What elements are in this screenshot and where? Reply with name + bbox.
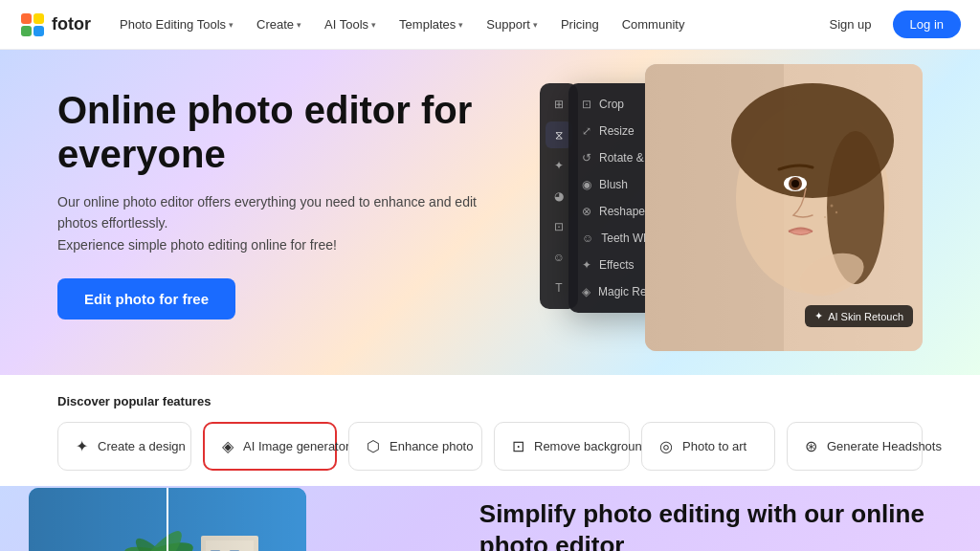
bottom-section: ◂▸ Simplify photo editing with our onlin… bbox=[0, 486, 980, 551]
svg-point-13 bbox=[831, 205, 834, 208]
fotor-logo-icon bbox=[19, 11, 46, 38]
create-icon: ✦ bbox=[76, 437, 88, 455]
feature-create-design[interactable]: ✦ Create a design bbox=[57, 422, 191, 471]
feature-ai-image-generator[interactable]: ◈ AI Image generator bbox=[203, 422, 337, 471]
feature-enhance-photo[interactable]: ⬡ Enhance photo bbox=[348, 422, 482, 471]
teeth-icon: ☺ bbox=[582, 231, 593, 245]
svg-rect-3 bbox=[21, 26, 32, 36]
nav-support[interactable]: Support ▾ bbox=[477, 11, 547, 37]
nav-pricing[interactable]: Pricing bbox=[551, 11, 609, 37]
svg-rect-2 bbox=[33, 13, 44, 24]
chevron-down-icon: ▾ bbox=[458, 20, 463, 30]
features-heading: Discover popular features bbox=[57, 394, 923, 408]
nav-create[interactable]: Create ▾ bbox=[247, 11, 311, 37]
logo[interactable]: fotor bbox=[19, 11, 91, 38]
feature-remove-background[interactable]: ⊡ Remove background bbox=[494, 422, 630, 471]
resize-icon: ⤢ bbox=[582, 124, 591, 138]
nav-items: Photo Editing Tools ▾ Create ▾ AI Tools … bbox=[110, 11, 818, 37]
remove-bg-icon: ⊡ bbox=[512, 437, 524, 455]
edit-photo-button[interactable]: Edit photo for free bbox=[57, 278, 235, 320]
chevron-down-icon: ▾ bbox=[229, 20, 234, 30]
hero-subtitle: Our online photo editor offers everythin… bbox=[57, 191, 498, 255]
nav-ai-tools[interactable]: AI Tools ▾ bbox=[315, 11, 386, 37]
feature-photo-to-art[interactable]: ◎ Photo to art bbox=[641, 422, 775, 471]
rotate-icon: ↺ bbox=[582, 151, 591, 165]
navbar: fotor Photo Editing Tools ▾ Create ▾ AI … bbox=[0, 0, 980, 50]
login-button[interactable]: Log in bbox=[893, 11, 961, 38]
headshot-icon: ⊛ bbox=[805, 437, 817, 455]
chevron-down-icon: ▾ bbox=[371, 20, 376, 30]
svg-point-11 bbox=[791, 180, 799, 187]
compare-image: ◂▸ bbox=[29, 488, 306, 551]
hero-section: Online photo editor for everyone Our onl… bbox=[0, 50, 980, 375]
effects-icon: ✦ bbox=[582, 258, 591, 272]
nav-actions: Sign up Log in bbox=[817, 11, 961, 38]
art-icon: ◎ bbox=[659, 437, 673, 455]
svg-rect-1 bbox=[21, 13, 32, 24]
nav-photo-editing[interactable]: Photo Editing Tools ▾ bbox=[110, 11, 243, 37]
bottom-left: ◂▸ bbox=[0, 486, 441, 551]
signup-button[interactable]: Sign up bbox=[817, 11, 882, 37]
nav-community[interactable]: Community bbox=[612, 11, 695, 37]
compare-slider-line bbox=[167, 488, 168, 551]
hero-image-area: ⊞ ⧖ ✦ ◕ ⊡ ☺ T ⊡ Crop ⤢ Resize ↺ Rotate &… bbox=[616, 64, 923, 361]
svg-point-15 bbox=[824, 216, 826, 218]
ai-skin-retouch-badge: ✦ AI Skin Retouch bbox=[805, 305, 913, 327]
crop-icon: ⊡ bbox=[582, 98, 591, 111]
feature-generate-headshots[interactable]: ⊛ Generate Headshots bbox=[787, 422, 923, 471]
magic-icon: ◈ bbox=[582, 285, 590, 298]
photo-compare-widget[interactable]: ◂▸ bbox=[29, 488, 306, 551]
reshape-icon: ⊗ bbox=[582, 205, 591, 218]
sparkle-icon: ✦ bbox=[814, 310, 823, 322]
photo-panel: ✦ AI Skin Retouch bbox=[645, 64, 923, 351]
ai-gen-icon: ◈ bbox=[222, 437, 234, 455]
chevron-down-icon: ▾ bbox=[297, 20, 301, 30]
svg-rect-4 bbox=[33, 26, 44, 36]
features-section: Discover popular features ✦ Create a des… bbox=[0, 375, 980, 486]
bottom-title: Simplify photo editing with our online p… bbox=[479, 498, 942, 551]
features-grid: ✦ Create a design ◈ AI Image generator ⬡… bbox=[57, 422, 923, 471]
logo-text: fotor bbox=[52, 14, 91, 34]
svg-point-14 bbox=[835, 211, 837, 213]
nav-templates[interactable]: Templates ▾ bbox=[390, 11, 473, 37]
chevron-down-icon: ▾ bbox=[533, 20, 538, 30]
hero-content: Online photo editor for everyone Our onl… bbox=[57, 88, 498, 320]
blush-icon: ◉ bbox=[582, 178, 591, 191]
hero-title: Online photo editor for everyone bbox=[57, 88, 498, 176]
enhance-icon: ⬡ bbox=[367, 437, 380, 455]
bottom-right: Simplify photo editing with our online p… bbox=[441, 486, 980, 551]
